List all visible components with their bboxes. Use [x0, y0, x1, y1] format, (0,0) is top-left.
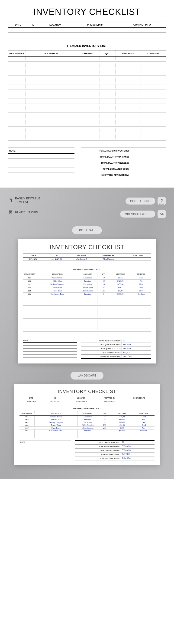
table-row: 002Office ChairFurniture10$120,00Fair	[19, 418, 155, 421]
table-row: 006Conference TableFurniture0$600,00Exce…	[23, 292, 151, 296]
google-docs-pill: GOOGLE DOCS	[126, 198, 155, 204]
table-row	[8, 61, 166, 66]
totals-block: TOTAL ITEMS IN INVENTORY: TOTAL QUANTITY…	[81, 148, 166, 178]
table-row: 002Office ChairFurniture10$120,00Fair	[23, 279, 151, 282]
meta-col-location: LOCATION	[38, 22, 72, 28]
landscape-preview: INVENTORY CHECKLIST DATEIDLOCATIONPREPAR…	[14, 384, 160, 465]
meta-col-contact: CONTACT INFO	[118, 22, 166, 28]
table-row	[8, 136, 166, 140]
table-row: 006Conference TableFurniture0$600,00Exce…	[19, 429, 155, 432]
table-row	[8, 94, 166, 98]
table-row	[23, 306, 151, 309]
item-col-price: UNIT PRICE	[115, 50, 141, 57]
total-onhand-label: TOTAL QUANTITY ON HAND:	[81, 154, 130, 160]
table-row	[8, 89, 166, 94]
table-row	[8, 117, 166, 122]
edit-icon	[8, 198, 13, 203]
feature-editable: EASILY EDITABLE TEMPLATE	[8, 197, 40, 204]
table-row	[23, 312, 151, 315]
reviewed-by-label: INVENTORY REVIEWED BY:	[81, 172, 130, 178]
table-row	[23, 302, 151, 306]
item-table: ITEM NUMBER DESCRIPTION CATEGORY QTY UNI…	[8, 50, 166, 140]
table-row	[8, 57, 166, 61]
portrait-preview: INVENTORY CHECKLIST DATEIDLOCATIONPREPAR…	[18, 239, 156, 364]
meta-col-preparedby: PREPARED BY	[73, 22, 118, 28]
meta-col-date: DATE	[8, 22, 28, 28]
table-row	[8, 80, 166, 84]
table-row	[8, 131, 166, 136]
total-cost-label: TOTAL ESTIMATED COST:	[81, 166, 130, 172]
feature-print: READY TO PRINT	[8, 210, 40, 214]
table-row	[8, 98, 166, 103]
table-row	[8, 103, 166, 108]
table-row	[23, 322, 151, 325]
version-badge: 2VERSION	[158, 197, 166, 205]
word-pill: MICROSOFT WORD	[120, 210, 155, 218]
table-row	[19, 435, 155, 438]
subheading: ITEMIZED INVENTORY LIST	[8, 44, 166, 48]
table-row: 001Wireless MouseElectronics50$20,00Good	[19, 415, 155, 418]
svg-rect-0	[9, 199, 11, 202]
table-row	[8, 75, 166, 80]
preview-title: INVENTORY CHECKLIST	[23, 244, 151, 251]
page-title: INVENTORY CHECKLIST	[8, 7, 166, 17]
a4-badge: A4	[158, 210, 166, 218]
item-col-cat: CATEGORY	[76, 50, 100, 57]
table-row	[23, 309, 151, 312]
landscape-label: LANDSCAPE	[71, 372, 103, 380]
info-section: EASILY EDITABLE TEMPLATE GOOGLE DOCS 2VE…	[0, 188, 174, 479]
note-block: NOTE	[8, 148, 74, 178]
meta-col-id: ID	[28, 22, 38, 28]
blank-template: INVENTORY CHECKLIST DATE ID LOCATION PRE…	[0, 0, 174, 188]
svg-rect-3	[9, 212, 11, 214]
note-label: NOTE	[8, 148, 74, 154]
meta-table: DATE ID LOCATION PREPARED BY CONTACT INF…	[8, 22, 166, 37]
table-row: 004Printer TonerOffice Supplies200$30,00…	[19, 424, 155, 426]
table-row	[8, 122, 166, 126]
table-row	[23, 328, 151, 332]
table-row: 005Paper ReamOffice Supplies200$0,00New	[19, 426, 155, 429]
table-row	[8, 71, 166, 75]
table-row	[8, 66, 166, 71]
table-row: 005Paper ReamOffice Supplies200$5,00New	[23, 289, 151, 292]
table-row	[23, 315, 151, 318]
total-needed-label: TOTAL QUANTITY NEEDED:	[81, 160, 130, 166]
table-row	[23, 296, 151, 299]
table-row	[23, 299, 151, 302]
item-col-cond: CONDITION	[141, 50, 166, 57]
feature-print-text: READY TO PRINT	[15, 210, 40, 214]
table-row	[8, 84, 166, 89]
table-row	[8, 108, 166, 112]
table-row: 003Desktop ComputerElectronics15$450,00N…	[23, 282, 151, 286]
table-row: 004Printer TonerOffice Supplies200$30,00…	[23, 286, 151, 289]
item-col-number: ITEM NUMBER	[8, 50, 25, 57]
table-row: 001Wireless MouseElectronics50$25,00Good	[23, 276, 151, 279]
table-row	[19, 432, 155, 435]
table-row	[23, 332, 151, 335]
portrait-label: PORTRAIT	[72, 226, 102, 234]
table-row	[8, 112, 166, 117]
table-row: 003Desktop ComputerElectronics10$420,00N…	[19, 421, 155, 424]
item-col-desc: DESCRIPTION	[25, 50, 76, 57]
table-row	[8, 126, 166, 131]
total-items-label: TOTAL ITEMS IN INVENTORY:	[81, 148, 130, 154]
feature-editable-text: EASILY EDITABLE TEMPLATE	[15, 197, 40, 204]
table-row	[23, 325, 151, 328]
printer-icon	[8, 210, 13, 214]
item-col-qty: QTY	[100, 50, 115, 57]
table-row	[23, 318, 151, 322]
